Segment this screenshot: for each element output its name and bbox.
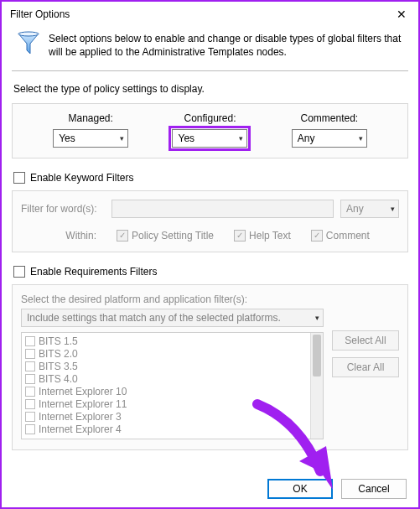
checkbox-icon [117, 230, 128, 242]
list-item: BITS 2.0 [23, 347, 321, 360]
scrollbar [310, 333, 323, 439]
checkbox-icon [25, 361, 35, 371]
checkbox-icon [25, 349, 35, 359]
filter-word-input [111, 200, 334, 218]
cb-policy-title-label: Policy Setting Title [132, 230, 214, 242]
checkbox-icon [25, 399, 35, 409]
ok-button[interactable]: OK [267, 479, 333, 499]
requirements-mode-select: Include settings that match any of the s… [21, 309, 324, 327]
enable-requirements-row[interactable]: Enable Requirements Filters [13, 266, 407, 278]
managed-label: Managed: [68, 112, 112, 124]
checkbox-icon [25, 374, 35, 384]
enable-requirements-checkbox[interactable] [13, 266, 25, 278]
list-item: Internet Explorer 3 [23, 410, 321, 423]
list-item-label: Internet Explorer 4 [39, 423, 122, 435]
enable-requirements-label: Enable Requirements Filters [30, 266, 157, 278]
enable-keyword-row[interactable]: Enable Keyword Filters [13, 172, 407, 184]
checkbox-icon [311, 230, 323, 242]
scrollbar-thumb [313, 335, 321, 377]
list-item-label: Internet Explorer 10 [39, 386, 127, 397]
match-select: Any ▾ [340, 200, 399, 218]
managed-select[interactable]: Yes ▾ [53, 129, 128, 148]
intro-row: Select options below to enable and chang… [12, 27, 408, 65]
clear-all-button: Clear All [332, 357, 399, 377]
select-all-button: Select All [332, 330, 399, 351]
within-label: Within: [54, 230, 96, 242]
chevron-down-icon: ▾ [359, 134, 363, 143]
chevron-down-icon: ▾ [239, 134, 243, 143]
managed-value: Yes [59, 132, 75, 144]
checkbox-icon [25, 387, 35, 397]
list-item: BITS 4.0 [23, 372, 321, 385]
list-item: BITS 1.5 [23, 335, 321, 347]
list-item: BITS 3.5 [23, 360, 321, 372]
list-item-label: BITS 3.5 [39, 361, 78, 372]
svg-point-0 [18, 32, 39, 36]
list-item-label: BITS 2.0 [39, 348, 78, 360]
list-item: Internet Explorer 11 [23, 397, 321, 410]
configured-value: Yes [178, 132, 194, 144]
chevron-down-icon: ▾ [120, 134, 124, 143]
policy-heading: Select the type of policy settings to di… [13, 83, 407, 95]
list-item-label: Internet Explorer 11 [39, 398, 127, 410]
dialog-footer: OK Cancel [267, 479, 407, 499]
commented-value: Any [298, 132, 315, 144]
configured-select[interactable]: Yes ▾ [172, 129, 247, 148]
cb-comment-label: Comment [326, 230, 370, 242]
intro-text: Select options below to enable and chang… [49, 32, 405, 59]
cb-help-text-label: Help Text [249, 230, 291, 242]
close-icon: ✕ [397, 8, 407, 21]
funnel-icon [15, 30, 42, 57]
chevron-down-icon: ▾ [315, 314, 319, 322]
requirements-desc: Select the desired platform and applicat… [21, 293, 399, 305]
cb-help-text: Help Text [234, 230, 291, 242]
requirements-mode-value: Include settings that match any of the s… [27, 312, 281, 324]
checkbox-icon [25, 412, 35, 422]
list-item: Internet Explorer 10 [23, 385, 321, 397]
cancel-button[interactable]: Cancel [341, 479, 407, 499]
requirements-panel: Select the desired platform and applicat… [12, 284, 408, 450]
divider [12, 70, 408, 71]
list-item: Internet Explorer 4 [23, 423, 321, 435]
checkbox-icon [25, 336, 35, 346]
close-button[interactable]: ✕ [385, 3, 418, 26]
configured-label: Configured: [184, 112, 236, 124]
chevron-down-icon: ▾ [391, 205, 395, 213]
list-item-label: BITS 4.0 [39, 373, 78, 385]
commented-select[interactable]: Any ▾ [292, 129, 367, 148]
list-item-label: BITS 1.5 [39, 335, 78, 347]
match-value: Any [346, 203, 364, 215]
window-title: Filter Options [10, 8, 70, 20]
titlebar: Filter Options ✕ [2, 2, 418, 27]
enable-keyword-checkbox[interactable] [13, 172, 25, 184]
list-item-label: Internet Explorer 3 [39, 411, 122, 423]
commented-label: Commented: [300, 112, 358, 124]
cb-policy-title: Policy Setting Title [117, 230, 214, 242]
checkbox-icon [234, 230, 246, 242]
keyword-panel: Filter for word(s): Any ▾ Within: Policy… [12, 190, 408, 252]
checkbox-icon [25, 424, 35, 434]
cb-comment: Comment [311, 230, 370, 242]
enable-keyword-label: Enable Keyword Filters [30, 172, 133, 184]
filter-word-label: Filter for word(s): [21, 203, 105, 215]
platform-listbox: BITS 1.5BITS 2.0BITS 3.5BITS 4.0Internet… [21, 332, 324, 439]
policy-panel: Managed: Yes ▾ Configured: Yes ▾ Comment… [12, 103, 408, 158]
